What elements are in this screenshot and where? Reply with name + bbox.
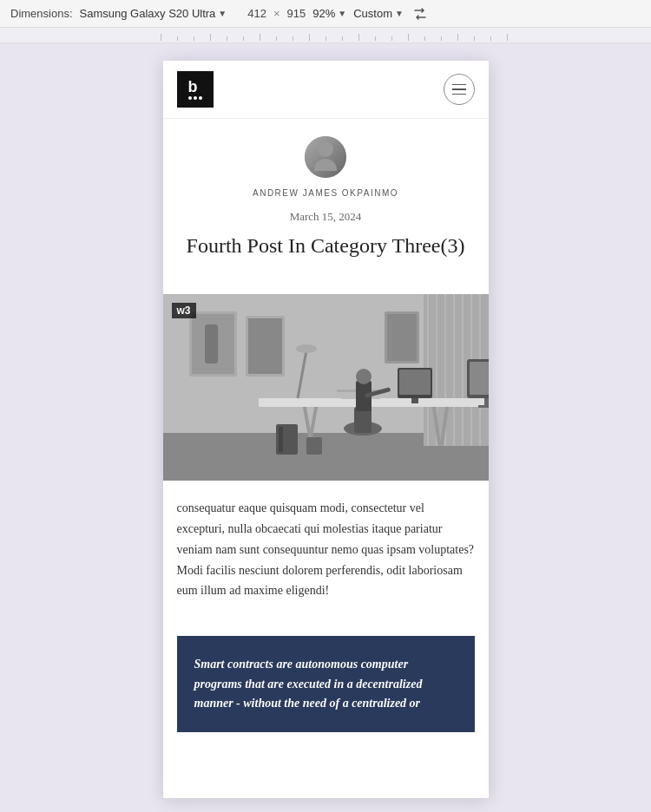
logo-dots — [188, 96, 202, 100]
toolbar: Dimensions: Samsung Galaxy S20 Ultra ▼ 4… — [0, 0, 651, 28]
device-chevron-icon: ▼ — [218, 9, 227, 18]
image-watermark: w3 — [172, 303, 196, 318]
zoom-dropdown[interactable]: 92% ▼ — [312, 7, 346, 20]
ruler-marks — [0, 28, 651, 43]
svg-rect-24 — [470, 362, 489, 395]
svg-point-41 — [296, 344, 317, 353]
dimensions-label: Dimensions: — [10, 7, 73, 20]
hamburger-button[interactable] — [444, 74, 475, 105]
author-avatar — [305, 136, 346, 178]
site-logo[interactable]: b — [177, 71, 214, 108]
svg-rect-29 — [411, 398, 418, 403]
rotate-button[interactable] — [411, 4, 430, 23]
hamburger-icon — [452, 84, 466, 95]
zoom-value: 92% — [312, 7, 335, 20]
site-header: b — [163, 61, 489, 119]
custom-chevron-icon: ▼ — [395, 9, 404, 18]
quote-block: Smart contracts are autonomous computer … — [177, 636, 475, 732]
svg-point-35 — [356, 369, 372, 384]
ruler — [0, 28, 651, 43]
svg-rect-26 — [478, 405, 489, 408]
height-value: 915 — [287, 7, 306, 20]
device-dropdown[interactable]: Samsung Galaxy S20 Ultra ▼ — [80, 7, 227, 20]
custom-dropdown[interactable]: Custom ▼ — [353, 7, 404, 20]
x-separator: × — [273, 7, 280, 20]
logo-letter: b — [188, 79, 202, 95]
svg-rect-5 — [205, 324, 218, 363]
device-name: Samsung Galaxy S20 Ultra — [80, 7, 216, 20]
custom-label: Custom — [353, 7, 392, 20]
svg-rect-25 — [484, 398, 489, 405]
svg-rect-28 — [399, 370, 431, 395]
author-name: ANDREW JAMES OKPAINMO — [177, 188, 475, 198]
post-body-text: consequatur eaque quisquam modi, consect… — [177, 498, 475, 601]
svg-rect-17 — [387, 314, 417, 361]
office-scene-svg — [163, 294, 489, 481]
width-value: 412 — [247, 7, 266, 20]
svg-rect-38 — [279, 427, 283, 452]
zoom-chevron-icon: ▼ — [338, 9, 346, 18]
device-frame: b — [163, 61, 489, 798]
post-header: ANDREW JAMES OKPAINMO March 15, 2024 Fou… — [163, 119, 489, 294]
quote-text: Smart contracts are autonomous computer … — [194, 655, 457, 713]
featured-image: w3 — [163, 294, 489, 481]
svg-rect-39 — [306, 437, 322, 455]
post-title: Fourth Post In Category Three(3) — [177, 232, 475, 259]
featured-image-container: w3 — [163, 294, 489, 481]
post-date: March 15, 2024 — [177, 210, 475, 224]
avatar-image — [305, 136, 346, 178]
svg-rect-7 — [248, 318, 282, 374]
post-body: consequatur eaque quisquam modi, consect… — [163, 481, 489, 636]
canvas-area: b — [0, 43, 651, 812]
